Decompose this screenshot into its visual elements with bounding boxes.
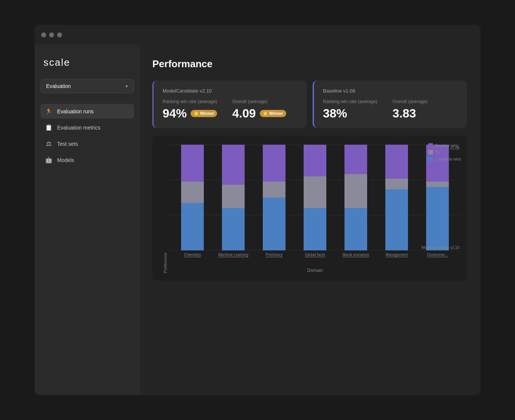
bar-segment-blue: [344, 208, 367, 250]
chevron-down-icon: ▼: [125, 84, 129, 88]
test-sets-icon: ⚖: [45, 140, 53, 147]
bar-segment-purple: [181, 145, 204, 182]
bar-segment-blue: [263, 198, 285, 250]
metric-value-row: 94% ⭐ Winner: [163, 107, 217, 120]
bar-segment-gray: [263, 182, 285, 198]
candidate-bar-label: ModelCandidate v2.10: [422, 246, 459, 250]
sidebar-item-evaluation-metrics[interactable]: 📋 Evaluation metrics: [40, 120, 134, 135]
bar-segment-gray: [304, 176, 326, 208]
metric-label: Overall (average): [232, 99, 286, 104]
sidebar-item-models[interactable]: 🤖 Models: [40, 153, 134, 167]
main-content: Performance ModelCandidate v2.10 Ranking…: [140, 45, 481, 395]
bars-row: [171, 145, 459, 250]
chart-area: Baseline v1.08: [171, 145, 459, 273]
minimize-button[interactable]: [49, 32, 54, 37]
bar-group: [256, 145, 292, 250]
metric-value: 4.09: [232, 107, 256, 120]
bar-stack: [181, 145, 204, 250]
nav-item-label: Evaluation runs: [57, 108, 94, 114]
bar-group: [378, 145, 415, 250]
metric-value: 38%: [323, 107, 347, 120]
metric-value: 3.83: [392, 107, 416, 120]
bar-stack: [222, 145, 245, 250]
y-axis-label: Preference: [160, 145, 171, 273]
bar-segment-gray: [222, 185, 245, 208]
dropdown-label: Evaluation: [46, 83, 71, 89]
nav-item-label: Test sets: [57, 141, 78, 147]
legend-dot: [428, 150, 433, 154]
app-window: scale Evaluation ▼ 🏃 Evaluation runs 📋 E…: [34, 25, 481, 395]
winner-badge: ⭐ Winner: [191, 110, 217, 117]
logo: scale: [40, 57, 134, 68]
model-name: ModelCandidate v2.10: [163, 88, 298, 94]
metric-label: Overall (average): [392, 99, 428, 104]
winner-badge: ⭐ Winner: [260, 110, 286, 117]
metric-1: Overall (average) 4.09 ⭐ Winner: [232, 99, 286, 120]
bar-segment-blue: [222, 208, 245, 250]
sidebar-item-test-sets[interactable]: ⚖ Test sets: [40, 136, 134, 151]
sidebar-item-evaluation-runs[interactable]: 🏃 Evaluation runs: [40, 104, 134, 119]
x-axis-labels: ChemistryMachine LearningPrehistoryGloba…: [171, 250, 459, 266]
chart-container: Preference Baseline v1.08: [152, 136, 467, 281]
cards-row: ModelCandidate v2.10 Ranking win rate (a…: [152, 80, 467, 128]
bar-group: [297, 145, 333, 250]
close-button[interactable]: [41, 32, 46, 37]
bar-segment-purple: [263, 145, 285, 182]
page-title: Performance: [152, 58, 467, 70]
legend-label: Tie: [435, 150, 441, 154]
x-axis-domain-label: Governme...: [419, 253, 456, 257]
legend-item: Tie: [428, 150, 461, 154]
nav-menu: 🏃 Evaluation runs 📋 Evaluation metrics ⚖…: [40, 104, 134, 167]
bar-segment-gray: [344, 174, 367, 208]
chart-legend: Baseline wins Tie Candidate wins: [428, 143, 461, 161]
legend-label: Candidate wins: [435, 157, 461, 161]
metric-1: Overall (average) 3.83: [392, 99, 428, 120]
x-axis-domain-label: Chemistry: [174, 253, 211, 257]
bar-segment-blue: [426, 187, 449, 250]
models-icon: 🤖: [45, 156, 53, 164]
bar-group: [338, 145, 374, 250]
chart-inner: Preference Baseline v1.08: [160, 145, 459, 273]
metrics-row: Ranking win rate (average) 94% ⭐ Winner …: [163, 99, 298, 120]
bar-segment-blue: [385, 189, 408, 250]
model-name: Baseline v1.08: [323, 88, 458, 94]
bar-segment-purple: [385, 145, 408, 179]
x-axis-domain-label: Moral scenarios: [338, 253, 374, 257]
bar-group: [174, 145, 211, 250]
app-body: scale Evaluation ▼ 🏃 Evaluation runs 📋 E…: [34, 45, 481, 395]
metric-value-row: 4.09 ⭐ Winner: [232, 107, 286, 120]
x-axis-domain-label: Prehistory: [256, 253, 292, 257]
bar-group: [215, 145, 251, 250]
bar-segment-purple: [304, 145, 326, 176]
bar-segment-blue: [181, 203, 204, 250]
metric-label: Ranking win rate (average): [323, 99, 377, 104]
sidebar: scale Evaluation ▼ 🏃 Evaluation runs 📋 E…: [34, 45, 140, 395]
evaluation-dropdown[interactable]: Evaluation ▼: [40, 79, 134, 93]
bars-section: Baseline v1.08: [171, 145, 459, 266]
metric-value: 94%: [163, 107, 187, 120]
legend-item: Candidate wins: [428, 157, 461, 161]
metric-0: Ranking win rate (average) 94% ⭐ Winner: [163, 99, 217, 120]
x-axis-domain-label: Management: [378, 253, 415, 257]
bar-segment-gray: [181, 182, 204, 203]
bar-segment-blue: [304, 208, 326, 250]
legend-item: Baseline wins: [428, 143, 461, 148]
bar-segment-gray: [385, 179, 408, 189]
model-card-baseline: Baseline v1.08 Ranking win rate (average…: [313, 80, 467, 128]
maximize-button[interactable]: [57, 32, 62, 37]
bar-segment-purple: [222, 145, 245, 185]
legend-label: Baseline wins: [435, 144, 458, 148]
metrics-row: Ranking win rate (average) 38% Overall (…: [323, 99, 458, 120]
nav-item-label: Evaluation metrics: [57, 125, 100, 131]
titlebar: [34, 25, 481, 45]
metric-value-row: 38%: [323, 107, 377, 120]
model-card-candidate: ModelCandidate v2.10 Ranking win rate (a…: [152, 80, 307, 128]
bar-stack: [344, 145, 367, 250]
bar-segment-purple: [344, 145, 367, 174]
bar-stack: [263, 145, 285, 250]
x-axis-title: Domain: [171, 268, 459, 273]
bar-stack: [385, 145, 408, 250]
legend-dot: [428, 143, 433, 148]
x-axis-domain-label: Machine Learning: [215, 253, 251, 257]
nav-item-label: Models: [57, 157, 74, 163]
